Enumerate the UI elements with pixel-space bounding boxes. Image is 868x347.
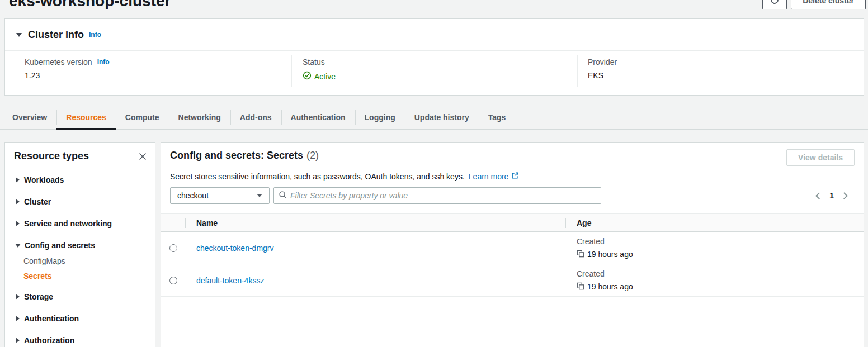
tab-add-ons[interactable]: Add-ons <box>230 105 281 129</box>
resource-types-panel: Resource types Workloads Cluster Service… <box>4 142 155 347</box>
secret-name-link[interactable]: checkout-token-dmgrv <box>196 244 274 253</box>
age-created-label: Created <box>577 269 864 278</box>
search-box <box>273 187 601 204</box>
resource-types-list: Workloads Cluster Service and networking… <box>5 162 155 344</box>
tab-tags[interactable]: Tags <box>479 105 516 129</box>
sidebar-item-configmaps[interactable]: ConfigMaps <box>16 257 155 265</box>
age-cell: Created 19 hours ago <box>565 237 864 259</box>
chevron-left-icon[interactable] <box>815 192 823 199</box>
close-icon[interactable] <box>138 152 147 161</box>
delete-cluster-button[interactable]: Delete cluster <box>791 0 866 9</box>
tab-networking[interactable]: Networking <box>169 105 230 129</box>
table-row: default-token-4kssz Created 19 hours ago <box>161 264 864 297</box>
sidebar-item-cluster[interactable]: Cluster <box>16 198 155 206</box>
tab-update-history[interactable]: Update history <box>405 105 479 129</box>
page-number[interactable]: 1 <box>829 191 834 200</box>
description-text: Secret stores sensitive information, suc… <box>170 172 465 181</box>
external-link-icon <box>508 172 519 181</box>
chevron-right-icon[interactable] <box>841 192 848 199</box>
age-header-label: Age <box>577 218 591 227</box>
search-icon <box>279 191 287 201</box>
secrets-table: Name Age checkout-token-dmgrv Created <box>161 213 864 297</box>
tab-authentication[interactable]: Authentication <box>281 105 355 129</box>
page-title: eks-workshop-cluster <box>9 0 171 10</box>
refresh-icon <box>770 0 780 7</box>
kubernetes-version-label: Kubernetes version <box>25 58 92 66</box>
provider-value: EKS <box>588 71 617 80</box>
kubernetes-version-value: 1.23 <box>25 71 110 80</box>
sidebar-subitem-label: Secrets <box>23 272 52 281</box>
sidebar-item-label: Cluster <box>24 197 51 206</box>
expand-caret-icon <box>16 316 20 321</box>
status-value: Active <box>314 72 336 81</box>
table-header: Name Age <box>161 213 864 232</box>
secret-name-link[interactable]: default-token-4kssz <box>196 276 264 285</box>
cluster-info-title: Cluster info <box>28 29 84 41</box>
row-select-radio[interactable] <box>169 244 177 252</box>
learn-more-link[interactable]: Learn more <box>469 172 520 181</box>
sidebar-item-service-and-networking[interactable]: Service and networking <box>16 220 155 227</box>
column-divider <box>291 55 292 87</box>
name-header-label: Name <box>196 218 218 227</box>
pagination: 1 <box>817 191 855 200</box>
status-badge: Active <box>303 71 336 82</box>
secrets-panel: Config and secrets: Secrets(2) View deta… <box>161 142 864 347</box>
panel-title-text: Config and secrets: Secrets <box>170 150 303 161</box>
chevron-down-icon <box>257 194 262 197</box>
sidebar-item-workloads[interactable]: Workloads <box>16 176 155 184</box>
sidebar-item-label: Service and networking <box>24 219 112 228</box>
panel-count: (2) <box>306 150 319 161</box>
refresh-button[interactable] <box>762 0 787 9</box>
field-status: Status Active <box>303 58 336 82</box>
sidebar-item-storage[interactable]: Storage <box>16 293 155 301</box>
secrets-description: Secret stores sensitive information, suc… <box>161 166 864 181</box>
sidebar-item-config-and-secrets[interactable]: Config and secrets <box>16 241 155 249</box>
sidebar-item-label: Config and secrets <box>25 241 95 250</box>
learn-more-label: Learn more <box>469 172 509 181</box>
copy-icon[interactable] <box>577 250 587 259</box>
column-divider <box>565 218 566 228</box>
sidebar-item-authorization[interactable]: Authorization <box>16 336 155 344</box>
table-row: checkout-token-dmgrv Created 19 hours ag… <box>161 232 864 264</box>
tab-compute[interactable]: Compute <box>116 105 169 129</box>
name-column-header: Name <box>185 218 565 227</box>
row-select-radio[interactable] <box>169 277 177 284</box>
age-created-label: Created <box>577 237 864 246</box>
sidebar-item-secrets[interactable]: Secrets <box>16 272 155 280</box>
field-kubernetes-version: Kubernetes version Info 1.23 <box>25 58 110 80</box>
search-input[interactable] <box>290 191 596 200</box>
kubernetes-version-info-link[interactable]: Info <box>97 58 110 66</box>
sidebar-item-label: Workloads <box>24 175 64 184</box>
column-divider <box>577 55 578 87</box>
header-actions: Delete cluster <box>762 0 866 9</box>
view-details-button[interactable]: View details <box>786 149 855 166</box>
cluster-tabs: Overview Resources Compute Networking Ad… <box>0 105 868 130</box>
sidebar-item-label: Storage <box>24 292 53 301</box>
cluster-info-header[interactable]: Cluster info Info <box>5 19 864 51</box>
dropdown-selected-value: checkout <box>177 191 209 200</box>
sidebar-item-authentication[interactable]: Authentication <box>16 315 155 322</box>
eks-cluster-page: eks-workshop-cluster Delete cluster Clus… <box>0 0 868 347</box>
resource-types-title: Resource types <box>14 150 89 162</box>
provider-label: Provider <box>588 58 617 66</box>
collapse-caret-icon <box>15 244 21 248</box>
expand-caret-icon <box>16 221 20 226</box>
status-label: Status <box>303 58 325 66</box>
expand-caret-icon <box>16 199 20 205</box>
tab-resources[interactable]: Resources <box>56 105 116 129</box>
age-column-header: Age <box>565 218 864 227</box>
tab-overview[interactable]: Overview <box>3 105 56 129</box>
sidebar-item-label: Authorization <box>24 336 74 345</box>
sidebar-item-label: Authentication <box>24 314 79 323</box>
expand-caret-icon <box>16 294 20 300</box>
sidebar-subitem-label: ConfigMaps <box>23 256 65 265</box>
tab-logging[interactable]: Logging <box>355 105 405 129</box>
collapse-caret-icon <box>16 33 22 37</box>
expand-caret-icon <box>16 338 20 343</box>
filter-type-dropdown[interactable]: checkout <box>170 187 270 204</box>
cluster-info-info-link[interactable]: Info <box>89 31 101 39</box>
copy-icon[interactable] <box>577 282 587 292</box>
age-value-text: 19 hours ago <box>587 250 633 259</box>
expand-caret-icon <box>16 177 20 183</box>
check-circle-icon <box>303 71 314 82</box>
